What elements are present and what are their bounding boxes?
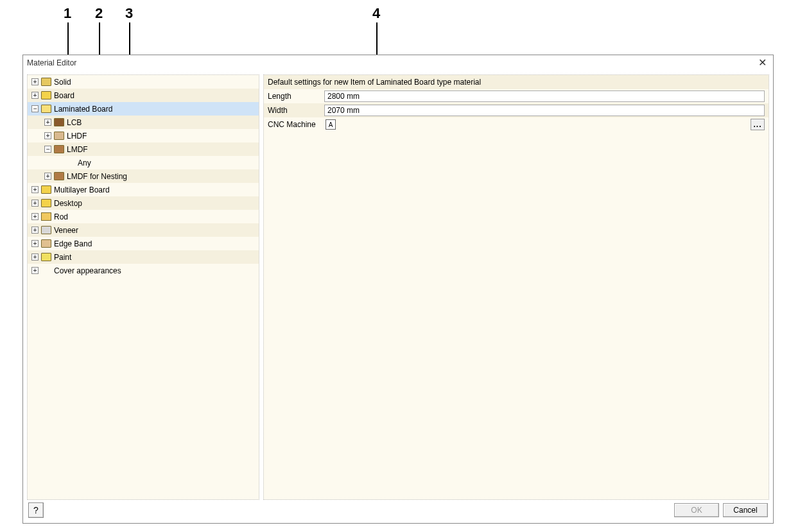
expand-icon[interactable]: +: [31, 267, 39, 274]
folder-icon: [41, 91, 51, 99]
tree-item-label: Paint: [54, 253, 76, 262]
tree-item-label: Desktop: [54, 199, 87, 208]
material-tree[interactable]: + Solid + Board − Laminated Board: [27, 74, 259, 500]
tree-item-multilayer-board[interactable]: + Multilayer Board: [28, 183, 259, 196]
expand-icon[interactable]: +: [31, 227, 39, 234]
callout-number-4: 4: [372, 5, 380, 22]
expand-icon[interactable]: +: [31, 240, 39, 247]
details-row-length: Length: [264, 89, 769, 103]
material-swatch-icon: [54, 118, 64, 126]
tree-item-lmdf-nesting[interactable]: + LMDF for Nesting: [28, 169, 259, 183]
title-bar: Material Editor ✕: [23, 55, 773, 71]
tree-item-any[interactable]: Any: [28, 156, 259, 169]
tree-item-label: Solid: [54, 78, 76, 87]
folder-open-icon: [41, 105, 51, 113]
cnc-browse-button[interactable]: ...: [751, 119, 765, 130]
tree-item-edge-band[interactable]: + Edge Band: [28, 237, 259, 250]
cancel-button[interactable]: Cancel: [723, 503, 768, 517]
expand-icon[interactable]: +: [31, 200, 39, 207]
tree-item-label: Any: [78, 159, 96, 167]
expand-icon[interactable]: +: [44, 132, 51, 139]
details-header-text: Default settings for new Item of Laminat…: [268, 78, 481, 87]
expand-icon[interactable]: +: [31, 78, 39, 85]
expand-icon[interactable]: +: [31, 253, 39, 261]
tree-item-label: LMDF: [67, 145, 93, 154]
rod-icon: [41, 212, 51, 221]
tree-item-rod[interactable]: + Rod: [28, 210, 259, 223]
dialog-content: + Solid + Board − Laminated Board: [23, 71, 773, 500]
tree-item-solid[interactable]: + Solid: [28, 75, 259, 89]
collapse-icon[interactable]: −: [31, 105, 39, 112]
material-swatch-icon: [54, 172, 64, 180]
tree-item-label: Edge Band: [54, 239, 97, 248]
callout-number-1: 1: [64, 5, 71, 22]
details-row-width: Width: [264, 103, 769, 117]
tree-item-label: Veneer: [54, 226, 83, 235]
tree-item-paint[interactable]: + Paint: [28, 250, 259, 264]
tree-item-lhdf[interactable]: + LHDF: [28, 129, 259, 142]
blank-icon: [41, 266, 51, 275]
material-swatch-icon: [54, 145, 64, 153]
edge-band-icon: [41, 239, 51, 248]
tree-item-label: Board: [54, 91, 80, 100]
material-editor-dialog: Material Editor ✕ + Solid + Board: [22, 55, 774, 524]
tree-item-laminated-board[interactable]: − Laminated Board: [28, 102, 259, 116]
details-header: Default settings for new Item of Laminat…: [264, 75, 769, 89]
tree-item-label: Multilayer Board: [54, 185, 115, 194]
width-input[interactable]: [324, 105, 765, 116]
material-swatch-icon: [54, 132, 64, 140]
details-row-cnc: CNC Machine A ...: [264, 117, 769, 132]
tree-item-label: Laminated Board: [54, 105, 117, 114]
cnc-machine-icon: A: [326, 119, 336, 130]
length-label: Length: [268, 92, 324, 101]
length-input[interactable]: [324, 90, 765, 102]
tree-item-desktop[interactable]: + Desktop: [28, 196, 259, 210]
tree-item-label: Rod: [54, 212, 73, 221]
tree-item-cover-appearances[interactable]: + Cover appearances: [28, 264, 259, 277]
tree-item-veneer[interactable]: + Veneer: [28, 223, 259, 237]
paint-icon: [41, 253, 51, 261]
folder-icon: [41, 185, 51, 194]
details-panel: Default settings for new Item of Laminat…: [263, 74, 769, 500]
expand-icon[interactable]: +: [44, 119, 51, 126]
tree-item-label: LHDF: [67, 132, 92, 141]
cnc-label: CNC Machine: [268, 120, 324, 129]
help-button[interactable]: ?: [28, 502, 44, 518]
tree-item-label: LMDF for Nesting: [67, 172, 132, 181]
expand-icon[interactable]: +: [31, 186, 39, 193]
width-label: Width: [268, 106, 324, 115]
callout-number-2: 2: [95, 5, 103, 22]
tree-item-lcb[interactable]: + LCB: [28, 116, 259, 129]
expand-icon[interactable]: +: [31, 92, 39, 99]
collapse-icon[interactable]: −: [44, 146, 51, 153]
folder-icon: [41, 78, 51, 86]
close-button[interactable]: ✕: [756, 58, 769, 68]
ok-button[interactable]: OK: [674, 503, 719, 517]
expand-icon[interactable]: +: [44, 173, 51, 180]
dialog-button-bar: ? OK Cancel: [23, 500, 773, 523]
veneer-icon: [41, 226, 51, 234]
tree-item-board[interactable]: + Board: [28, 89, 259, 102]
callout-number-3: 3: [125, 5, 133, 22]
tree-item-lmdf[interactable]: − LMDF: [28, 142, 259, 156]
expand-icon[interactable]: +: [31, 213, 39, 220]
tree-item-label: LCB: [67, 118, 87, 127]
folder-icon: [41, 199, 51, 207]
window-title: Material Editor: [27, 58, 76, 67]
tree-item-label: Cover appearances: [54, 266, 126, 275]
